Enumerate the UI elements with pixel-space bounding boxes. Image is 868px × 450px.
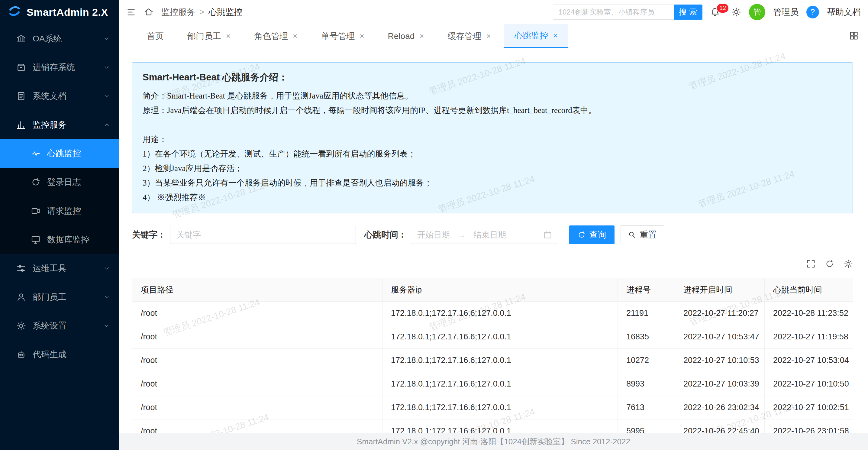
table-row[interactable]: /root 172.18.0.1;172.17.16.6;127.0.0.1 1… <box>132 349 853 372</box>
filter-bar: 关键字： 心跳时间： 开始日期 → 结束日期 查询 重置 <box>132 226 853 244</box>
tab-reload[interactable]: Reload × <box>378 24 434 48</box>
sidebar-item-codegen[interactable]: 代码生成 <box>0 340 119 369</box>
box-icon <box>16 63 26 72</box>
search-input[interactable] <box>553 4 674 20</box>
tab-heartbeat-monitor[interactable]: 心跳监控 × <box>504 24 568 48</box>
intro-line: 3）当某些业务只允许有一个服务启动的时候，用于排查是否别人也启动的服务； <box>143 176 842 190</box>
sidebar-item-docs[interactable]: 系统文档 <box>0 82 119 110</box>
intro-title: Smart-Heart-Beat 心跳服务介绍： <box>143 71 842 84</box>
gear-icon[interactable] <box>732 7 741 17</box>
date-range-picker[interactable]: 开始日期 → 结束日期 <box>411 226 558 244</box>
query-button[interactable]: 查询 <box>569 226 615 244</box>
table-row[interactable]: /root 172.18.0.1;172.17.16.6;127.0.0.1 1… <box>132 325 853 349</box>
tab-home[interactable]: 首页 <box>136 24 174 48</box>
home-icon[interactable] <box>144 7 153 17</box>
cell-server-ip: 172.18.0.1;172.17.16.6;127.0.0.1 <box>382 325 618 349</box>
tab-dept-employee[interactable]: 部门员工 × <box>177 24 241 48</box>
column-settings-gear-icon[interactable] <box>844 259 853 268</box>
help-doc-link[interactable]: 帮助文档 <box>827 6 861 18</box>
table-toolbar <box>132 259 853 268</box>
tab-label: 首页 <box>147 31 164 42</box>
close-icon[interactable]: × <box>420 31 424 41</box>
sidebar-item-employee[interactable]: 部门员工 <box>0 282 119 311</box>
query-button-label: 查询 <box>589 229 606 241</box>
keyword-input[interactable] <box>170 226 356 244</box>
cell-project-path: /root <box>132 372 382 396</box>
sidebar-menu: OA系统 进销存系统 系统文档 监控服务 心跳监控 <box>0 24 119 369</box>
tab-label: 部门员工 <box>187 31 221 42</box>
table-header-row: 项目路径 服务器ip 进程号 进程开启时间 心跳当前时间 <box>132 278 853 302</box>
search-button[interactable]: 搜 索 <box>674 4 703 20</box>
cell-project-path: /root <box>132 325 382 349</box>
camera-icon <box>31 206 40 216</box>
chevron-down-icon <box>103 323 110 329</box>
close-icon[interactable]: × <box>486 31 491 41</box>
sidebar-item-erp[interactable]: 进销存系统 <box>0 53 119 82</box>
intro-line: 4） ※强烈推荐※ <box>143 190 842 205</box>
chevron-down-icon <box>103 294 110 300</box>
sidebar-item-label: 数据库监控 <box>47 234 89 245</box>
sidebar-item-ops[interactable]: 运维工具 <box>0 254 119 282</box>
intro-line: 原理：Java后端会在项目启动的时候开启一个线程，每隔一段时间将该应用的IP、进… <box>143 103 842 118</box>
col-header-heartbeat-time[interactable]: 心跳当前时间 <box>765 278 853 302</box>
tab-label: 缓存管理 <box>447 31 481 42</box>
sidebar-item-heartbeat[interactable]: 心跳监控 <box>0 139 119 168</box>
keyword-label: 关键字： <box>132 229 166 241</box>
help-icon: ? <box>806 6 819 19</box>
cell-heartbeat-time: 2022-10-27 11:19:58 <box>765 325 853 349</box>
sidebar-item-label: 系统设置 <box>33 320 97 332</box>
robot-icon <box>16 350 26 359</box>
reset-button-label: 重置 <box>640 229 656 241</box>
tab-role-manage[interactable]: 角色管理 × <box>244 24 308 48</box>
end-date-placeholder: 结束日期 <box>473 230 506 240</box>
col-header-server-ip[interactable]: 服务器ip <box>382 278 618 302</box>
sidebar-item-label: 登录日志 <box>47 177 81 188</box>
close-icon[interactable]: × <box>293 31 297 41</box>
col-header-process-id[interactable]: 进程号 <box>618 278 675 302</box>
sidebar-item-request-monitor[interactable]: 请求监控 <box>0 197 119 225</box>
document-icon <box>16 91 26 101</box>
logo-icon <box>8 5 21 19</box>
page-content: 管理员 2022-10-28 11:24 管理员 2022-10-28 11:2… <box>119 48 868 450</box>
refresh-icon[interactable] <box>825 259 834 268</box>
avatar[interactable]: 管 <box>749 4 765 20</box>
table-row[interactable]: /root 172.18.0.1;172.17.16.6;127.0.0.1 7… <box>132 396 853 419</box>
col-header-project-path[interactable]: 项目路径 <box>132 278 382 302</box>
notification-bell[interactable]: 12 <box>710 7 723 17</box>
table-row[interactable]: /root 172.18.0.1;172.17.16.6;127.0.0.1 8… <box>132 372 853 396</box>
sidebar-item-label: 系统文档 <box>33 90 97 102</box>
cell-process-start-time: 2022-10-26 23:02:34 <box>675 396 765 419</box>
tab-layout-grid-icon[interactable] <box>849 31 859 42</box>
calendar-icon <box>544 231 552 239</box>
notification-badge: 12 <box>716 3 729 13</box>
intro-line: 简介：Smart-Heart-Beat 是心跳服务，用于监测Java应用的状态等… <box>143 89 842 103</box>
sidebar-item-oa[interactable]: OA系统 <box>0 24 119 53</box>
start-date-placeholder: 开始日期 <box>417 230 450 240</box>
breadcrumb-section[interactable]: 监控服务 <box>161 6 195 18</box>
reset-button[interactable]: 重置 <box>621 226 664 244</box>
user-icon <box>16 292 26 302</box>
range-arrow: → <box>458 230 466 240</box>
cell-process-id: 7613 <box>618 396 675 419</box>
username[interactable]: 管理员 <box>773 6 799 18</box>
app-logo[interactable]: SmartAdmin 2.X <box>0 0 119 24</box>
menu-collapse-icon[interactable] <box>126 7 136 17</box>
close-icon[interactable]: × <box>226 31 230 41</box>
table-row[interactable]: /root 172.18.0.1;172.17.16.6;127.0.0.1 2… <box>132 302 853 325</box>
close-icon[interactable]: × <box>553 31 558 40</box>
sidebar-item-label: 进销存系统 <box>33 62 97 73</box>
sidebar-item-settings[interactable]: 系统设置 <box>0 311 119 340</box>
close-icon[interactable]: × <box>360 31 364 41</box>
cell-server-ip: 172.18.0.1;172.17.16.6;127.0.0.1 <box>382 302 618 325</box>
cell-process-id: 21191 <box>618 302 675 325</box>
sidebar-item-db-monitor[interactable]: 数据库监控 <box>0 225 119 254</box>
sidebar-item-login-log[interactable]: 登录日志 <box>0 168 119 197</box>
fullscreen-icon[interactable] <box>806 259 815 268</box>
cell-heartbeat-time: 2022-10-27 10:53:04 <box>765 349 853 372</box>
tab-cache-manage[interactable]: 缓存管理 × <box>437 24 501 48</box>
sidebar-item-monitor[interactable]: 监控服务 <box>0 110 119 139</box>
col-header-process-start-time[interactable]: 进程开启时间 <box>675 278 765 302</box>
tab-serial-manage[interactable]: 单号管理 × <box>311 24 374 48</box>
heartbeat-time-label: 心跳时间： <box>364 229 407 241</box>
service-intro-panel: Smart-Heart-Beat 心跳服务介绍： 简介：Smart-Heart-… <box>132 62 853 213</box>
